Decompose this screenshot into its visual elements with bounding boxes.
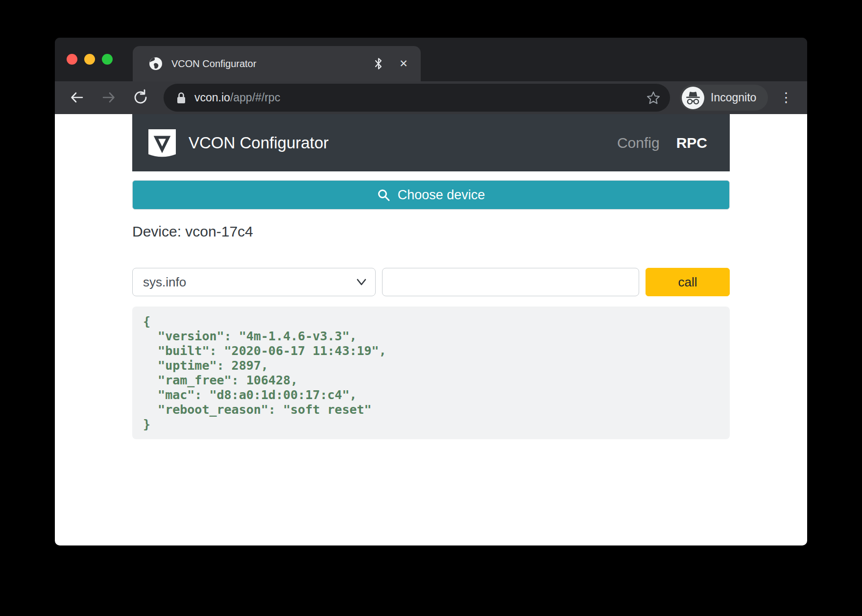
nav-link-rpc[interactable]: RPC	[676, 135, 707, 151]
url-path: /app/#/rpc	[230, 91, 280, 104]
incognito-icon	[682, 87, 704, 109]
nav-link-config[interactable]: Config	[617, 135, 660, 151]
browser-menu-button[interactable]: ⋮	[776, 87, 796, 108]
app-container: VCON Configurator Config RPC Choose devi…	[132, 114, 730, 439]
browser-window: VCON Configurator ✕ +	[55, 38, 807, 545]
lock-icon[interactable]	[176, 92, 186, 104]
forward-button[interactable]	[99, 88, 118, 107]
url-domain: vcon.io	[194, 91, 230, 104]
traffic-lights	[67, 54, 113, 65]
rpc-form-row: sys.info call	[132, 268, 730, 296]
device-label: Device: vcon-17c4	[132, 223, 730, 240]
browser-tab[interactable]: VCON Configurator ✕	[133, 46, 421, 81]
zoom-window-button[interactable]	[102, 54, 113, 65]
tab-title: VCON Configurator	[171, 58, 374, 70]
globe-icon	[149, 57, 163, 71]
reload-icon	[132, 89, 149, 106]
app-nav: Config RPC	[617, 135, 707, 151]
vcon-logo-icon	[147, 128, 177, 158]
back-button[interactable]	[68, 88, 86, 107]
browser-titlebar: VCON Configurator ✕ +	[55, 38, 807, 81]
rpc-args-input[interactable]	[382, 268, 639, 296]
back-arrow-icon	[69, 90, 85, 105]
kebab-menu-icon: ⋮	[780, 90, 793, 105]
method-select-wrapper: sys.info	[132, 268, 376, 296]
bluetooth-icon	[374, 56, 383, 71]
call-button[interactable]: call	[646, 268, 730, 296]
screenshot-stage: VCON Configurator ✕ +	[0, 0, 862, 616]
page-title: VCON Configurator	[189, 134, 329, 152]
web-page: VCON Configurator Config RPC Choose devi…	[55, 114, 807, 545]
star-icon[interactable]	[646, 90, 661, 106]
method-select[interactable]: sys.info	[132, 268, 376, 296]
rpc-result-json: { "version": "4m-1.4.6-v3.3", "built": "…	[132, 307, 730, 439]
browser-toolbar: vcon.io/app/#/rpc Incognito	[55, 81, 807, 114]
choose-device-button[interactable]: Choose device	[132, 180, 730, 210]
reload-button[interactable]	[131, 88, 150, 107]
choose-device-label: Choose device	[398, 188, 485, 203]
close-tab-icon[interactable]: ✕	[396, 56, 411, 71]
app-header: VCON Configurator Config RPC	[132, 114, 730, 171]
incognito-badge: Incognito	[680, 85, 768, 111]
search-icon	[377, 189, 390, 202]
minimize-window-button[interactable]	[84, 54, 95, 65]
close-window-button[interactable]	[67, 54, 77, 65]
url-bar[interactable]: vcon.io/app/#/rpc	[164, 84, 670, 112]
forward-arrow-icon	[101, 90, 117, 105]
url-text: vcon.io/app/#/rpc	[194, 91, 280, 104]
incognito-label: Incognito	[711, 91, 756, 104]
